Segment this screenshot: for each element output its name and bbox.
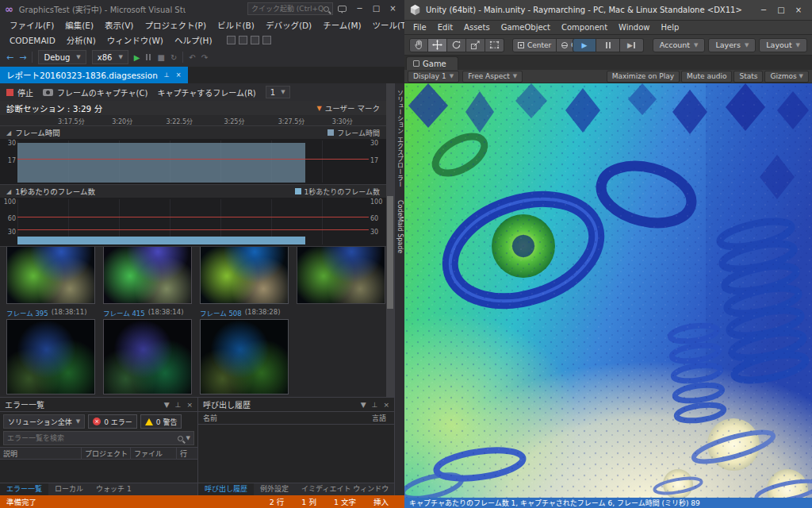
vs-maximize-button[interactable]: □ [368, 3, 385, 15]
column-language[interactable]: 言語 [372, 413, 389, 423]
quick-launch-box[interactable] [247, 2, 333, 15]
frame-thumbnail[interactable] [6, 247, 95, 304]
menu-file[interactable]: File [408, 23, 432, 32]
gizmos-dropdown[interactable]: Gizmos▼ [764, 71, 809, 83]
undo-icon[interactable]: ↶ [189, 53, 195, 62]
tab-watch-1[interactable]: ウォッチ 1 [90, 483, 138, 495]
pin-icon[interactable]: ⊥ [175, 401, 182, 409]
menu-build[interactable]: ビルド(B) [212, 18, 260, 32]
navigate-forward-icon[interactable]: → [19, 52, 26, 63]
maximize-on-play-button[interactable]: Maximize on Play [607, 71, 680, 83]
move-tool-button[interactable] [428, 38, 447, 52]
report-scrollbar[interactable] [386, 83, 394, 397]
error-search-input[interactable] [7, 434, 174, 442]
menu-file[interactable]: ファイル(F) [4, 18, 59, 32]
frame-thumbnail[interactable] [103, 319, 192, 394]
tab-solution-explorer[interactable]: ソリューション エクスプローラー [396, 90, 404, 187]
navigate-back-icon[interactable]: ← [6, 52, 13, 63]
rect-tool-button[interactable] [485, 38, 504, 52]
menu-team[interactable]: チーム(M) [317, 18, 366, 32]
column-file[interactable]: ファイル [131, 448, 177, 459]
menu-help[interactable]: ヘルプ(H) [169, 33, 218, 47]
menu-window[interactable]: ウィンドウ(W) [102, 33, 169, 47]
close-panel-icon[interactable]: × [383, 401, 389, 409]
menu-debug[interactable]: デバッグ(D) [260, 18, 317, 32]
collapse-icon[interactable]: ◢ [6, 129, 11, 137]
new-item-icon[interactable] [227, 36, 236, 44]
frame-thumbnail[interactable] [297, 247, 385, 304]
continue-debug-icon[interactable]: ▶ [134, 53, 140, 62]
window-position-icon[interactable]: ▼ [361, 401, 366, 409]
aspect-ratio-dropdown[interactable]: Free Aspect ▼ [462, 71, 523, 83]
stop-debug-icon[interactable]: ■ [157, 53, 164, 62]
timeline-ruler[interactable]: 3:17.5分 3:20分 3:22.5分 3:25分 3:27.5分 3:30… [0, 115, 386, 126]
play-button[interactable]: ▶ [573, 38, 596, 52]
column-name[interactable]: 名前 [203, 413, 217, 423]
rotate-tool-button[interactable] [447, 38, 466, 52]
frame-thumbnail[interactable] [6, 319, 95, 394]
menu-assets[interactable]: Assets [458, 23, 496, 32]
menu-window[interactable]: Window [613, 23, 655, 32]
column-line[interactable]: 行 [177, 448, 197, 459]
save-icon[interactable] [251, 36, 259, 44]
stop-collection-button[interactable]: 停止 [6, 87, 33, 98]
feedback-icon[interactable] [338, 6, 347, 12]
redo-icon[interactable]: ↷ [201, 53, 208, 62]
pause-button[interactable] [596, 38, 620, 52]
solution-configuration-dropdown[interactable]: Debug ▼ [38, 50, 86, 64]
account-dropdown[interactable]: Account ▼ [653, 38, 706, 52]
collapse-icon[interactable]: ◢ [6, 188, 11, 195]
diagsession-document-tab[interactable]: レポート20160323-1836.diagsession ⊥ × [0, 67, 188, 83]
save-all-icon[interactable] [262, 36, 271, 44]
frame-time-plot-area[interactable] [17, 140, 369, 183]
pivot-mode-button[interactable]: Center [512, 38, 557, 52]
vs-minimize-button[interactable]: ─ [351, 3, 368, 15]
tab-immediate-window[interactable]: イミディエイト ウィンドウ [295, 483, 395, 495]
scale-tool-button[interactable] [466, 38, 485, 52]
frame-thumbnail[interactable] [200, 247, 289, 304]
unity-close-button[interactable]: × [790, 4, 807, 17]
menu-help[interactable]: Help [656, 23, 685, 32]
tab-exception-settings[interactable]: 例外設定 [254, 483, 295, 495]
open-file-icon[interactable] [239, 36, 247, 44]
close-panel-icon[interactable]: × [186, 401, 193, 409]
frame-time-chart-header[interactable]: ◢ フレーム時間 フレーム時間 [0, 126, 386, 139]
game-viewport[interactable] [404, 83, 812, 498]
column-project[interactable]: プロジェクト [82, 448, 131, 459]
stats-button[interactable]: Stats [733, 71, 763, 83]
capture-frame-button[interactable]: フレームのキャプチャ(C) [43, 87, 147, 98]
tab-call-stack[interactable]: 呼び出し履歴 [198, 483, 254, 495]
tab-locals[interactable]: ローカル [48, 483, 90, 495]
frame-thumbnail[interactable] [103, 247, 192, 304]
menu-gameobject[interactable]: GameObject [496, 23, 556, 32]
pause-debug-icon[interactable] [145, 54, 151, 60]
window-position-icon[interactable]: ▼ [164, 401, 170, 409]
menu-view[interactable]: 表示(V) [99, 18, 139, 32]
hand-tool-button[interactable] [409, 38, 428, 52]
mute-audio-button[interactable]: Mute audio [681, 71, 732, 83]
close-tab-icon[interactable]: × [176, 71, 182, 79]
solution-platform-dropdown[interactable]: x86 ▼ [92, 50, 128, 64]
warnings-filter-button[interactable]: 0 警告 [140, 414, 182, 429]
game-view-tab[interactable]: Game [406, 56, 458, 70]
vs-close-button[interactable]: × [385, 3, 401, 15]
layers-dropdown[interactable]: Layers ▼ [708, 38, 756, 52]
unity-minimize-button[interactable]: ─ [755, 4, 772, 17]
pin-icon[interactable]: ⊥ [372, 401, 378, 409]
scrollbar-thumb[interactable] [387, 196, 393, 309]
fps-chart-header[interactable]: ◢ 1秒あたりのフレーム数 1秒あたりのフレーム数 [0, 185, 386, 198]
display-dropdown[interactable]: Display 1 ▼ [408, 71, 459, 83]
column-description[interactable]: 説明 [0, 448, 82, 459]
unity-maximize-button[interactable]: □ [772, 4, 790, 17]
tab-codemaid-spade[interactable]: CodeMaid Spade [396, 200, 404, 253]
tab-error-list[interactable]: エラー一覧 [0, 483, 48, 495]
menu-analyze[interactable]: 分析(N) [61, 33, 102, 47]
pin-icon[interactable]: ⊥ [164, 71, 170, 79]
frame-thumbnail[interactable] [200, 319, 289, 394]
menu-edit[interactable]: Edit [432, 23, 458, 32]
quick-launch-input[interactable] [251, 5, 324, 13]
frames-to-capture-dropdown[interactable]: 1 ▼ [266, 86, 290, 98]
step-button[interactable]: ▶ [620, 38, 644, 52]
menu-project[interactable]: プロジェクト(P) [139, 18, 212, 32]
error-search-box[interactable]: ▼ [3, 431, 194, 445]
